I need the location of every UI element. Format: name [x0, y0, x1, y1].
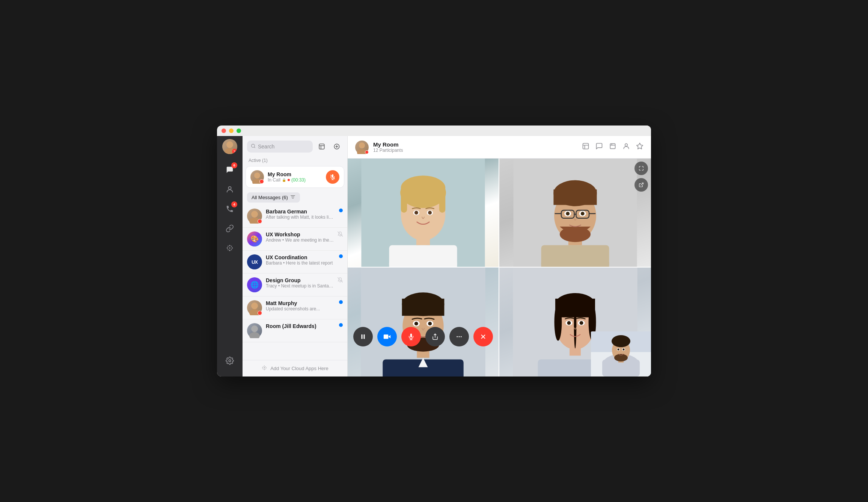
video-grid — [348, 159, 651, 376]
svg-point-3 — [229, 247, 231, 249]
avatar-inner — [247, 323, 262, 338]
active-call-item[interactable]: My Room In Call 🔒 (00:33) — [246, 166, 344, 188]
maximize-button[interactable] — [237, 129, 241, 133]
message-preview: Andrew • We are meeting in the big conf.… — [266, 237, 334, 243]
message-avatar: UX — [247, 254, 262, 269]
svg-point-101 — [461, 336, 462, 337]
call-status: In Call 🔒 (00:33) — [268, 177, 322, 183]
room-name: My Room — [373, 141, 577, 148]
svg-point-112 — [554, 303, 562, 340]
message-meta — [339, 209, 343, 212]
sender-name: UX Coordination — [266, 254, 335, 260]
minimize-button[interactable] — [229, 129, 234, 133]
message-meta — [338, 231, 343, 238]
sender-name: Room (Jill Edwards) — [266, 323, 335, 329]
sender-name: UX Workshop — [266, 231, 334, 237]
message-avatar — [247, 300, 262, 315]
svg-point-4 — [229, 245, 231, 246]
svg-point-100 — [459, 336, 460, 337]
message-content: UX Coordination Barbara • Here is the la… — [266, 254, 335, 266]
room-avatar — [355, 141, 369, 154]
svg-point-31 — [249, 332, 260, 338]
message-content: Matt Murphy Updated screenshots are... — [266, 300, 335, 311]
svg-point-73 — [581, 212, 585, 216]
participants-icon-action[interactable] — [622, 142, 630, 152]
svg-point-0 — [226, 141, 233, 148]
list-item[interactable]: Room (Jill Edwards) — [243, 319, 347, 342]
starred-icon-action[interactable] — [636, 142, 643, 152]
add-cloud-label: Add Your Cloud Apps Here — [270, 366, 329, 371]
messages-filter[interactable]: All Messages (6) — [247, 192, 300, 203]
svg-point-7 — [232, 247, 233, 249]
svg-rect-93 — [364, 334, 365, 339]
room-icon-action[interactable] — [582, 142, 589, 152]
left-panel: Search Active (1) — [243, 126, 348, 376]
list-item[interactable]: UX UX Coordination Barbara • Here is the… — [243, 251, 347, 274]
add-cloud-icon — [261, 365, 267, 372]
message-preview: Barbara • Here is the latest report — [266, 260, 335, 266]
more-options-button[interactable] — [449, 327, 469, 346]
svg-rect-57 — [439, 188, 445, 213]
chat-icon-action[interactable] — [595, 142, 603, 152]
sidebar-item-links[interactable] — [222, 220, 238, 237]
panel-header: Search — [243, 136, 347, 156]
unread-indicator — [339, 254, 343, 258]
list-item[interactable]: 🌐 Design Group Tracy • Next meetup is in… — [243, 274, 347, 296]
sidebar-item-contacts[interactable] — [222, 181, 238, 198]
message-avatar — [247, 323, 262, 338]
video-button[interactable] — [377, 327, 397, 346]
unread-indicator — [339, 300, 343, 304]
svg-marker-94 — [388, 335, 390, 338]
sidebar-item-settings[interactable] — [222, 352, 238, 369]
svg-rect-43 — [583, 144, 589, 149]
svg-line-26 — [338, 232, 343, 237]
external-share-button[interactable] — [634, 178, 648, 192]
svg-line-131 — [641, 183, 643, 185]
message-avatar — [247, 209, 262, 224]
muted-icon — [338, 277, 343, 284]
search-bar[interactable]: Search — [247, 141, 313, 153]
user-avatar[interactable]: ✎ — [222, 139, 237, 154]
message-meta — [339, 254, 343, 258]
message-avatar: 🎨 — [247, 231, 262, 246]
svg-point-61 — [428, 211, 432, 215]
call-name: My Room — [268, 171, 322, 177]
svg-point-72 — [566, 212, 570, 216]
expand-button[interactable] — [634, 162, 648, 175]
messages-badge: 6 — [231, 162, 237, 168]
rooms-icon-button[interactable] — [316, 141, 328, 153]
svg-point-90 — [414, 322, 418, 325]
sidebar: ✎ 6 4 — [217, 126, 243, 376]
end-call-button[interactable] — [473, 327, 493, 346]
svg-point-6 — [227, 247, 228, 249]
svg-rect-92 — [362, 334, 363, 339]
list-item[interactable]: Matt Murphy Updated screenshots are... — [243, 296, 347, 319]
files-icon-action[interactable] — [609, 142, 616, 152]
svg-point-5 — [229, 250, 231, 251]
svg-point-28 — [251, 302, 258, 309]
compose-button[interactable] — [331, 141, 343, 153]
message-preview: After talking with Matt, it looks like w… — [266, 215, 335, 220]
mic-mute-button[interactable] — [401, 327, 421, 346]
in-call-text: In Call — [268, 177, 280, 183]
pause-button[interactable] — [353, 327, 373, 346]
sidebar-item-calls[interactable]: 4 — [222, 201, 238, 217]
avatar-inner: 🎨 — [247, 231, 262, 246]
search-icon — [251, 144, 256, 150]
list-item[interactable]: 🎨 UX Workshop Andrew • We are meeting in… — [243, 228, 347, 251]
sidebar-item-messages[interactable]: 6 — [222, 162, 238, 178]
list-item[interactable]: Barbara German After talking with Matt, … — [243, 205, 347, 228]
svg-point-9 — [231, 246, 232, 247]
add-cloud-apps[interactable]: Add Your Cloud Apps Here — [243, 360, 347, 376]
avatar-inner: UX — [247, 254, 262, 269]
sidebar-item-apps[interactable] — [222, 240, 238, 256]
close-button[interactable] — [222, 129, 226, 133]
svg-point-16 — [254, 172, 260, 178]
svg-rect-14 — [319, 144, 324, 149]
svg-point-41 — [359, 142, 365, 148]
mute-button[interactable] — [326, 170, 339, 184]
header-actions — [582, 142, 643, 152]
svg-point-111 — [574, 302, 577, 348]
share-button[interactable] — [425, 327, 445, 346]
call-controls — [353, 327, 493, 346]
